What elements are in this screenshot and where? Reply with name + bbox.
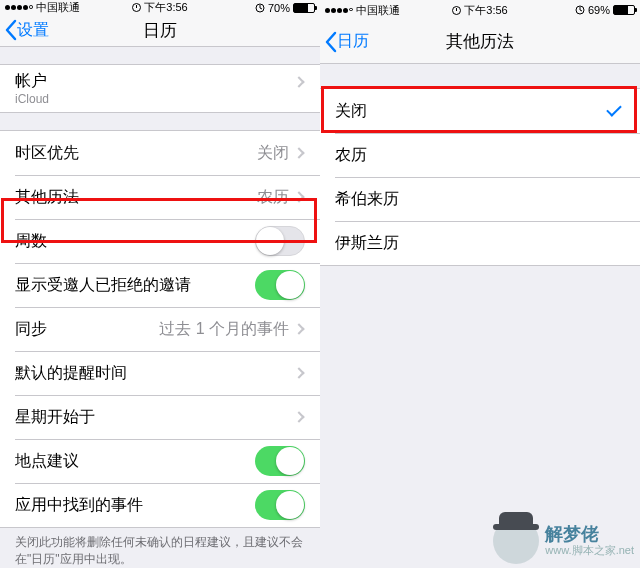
back-label: 日历: [337, 31, 369, 52]
row-default-alert[interactable]: 默认的提醒时间: [0, 351, 320, 395]
row-alternate-calendars[interactable]: 其他历法 农历: [0, 175, 320, 219]
toggle-switch[interactable]: [255, 270, 305, 300]
carrier-label: 中国联通: [356, 3, 400, 18]
row-label: 显示受邀人已拒绝的邀请: [15, 275, 255, 296]
row-accounts[interactable]: 帐户 iCloud: [0, 65, 320, 112]
alarm-icon: [452, 6, 461, 15]
row-label: 其他历法: [15, 187, 257, 208]
row-events-found-in-apps[interactable]: 应用中找到的事件: [0, 483, 320, 527]
row-sublabel: iCloud: [15, 92, 49, 106]
option-label: 关闭: [335, 101, 607, 122]
chevron-right-icon: [293, 368, 304, 379]
nav-bar: 设置 日历: [0, 15, 320, 47]
row-timezone-override[interactable]: 时区优先 关闭: [0, 131, 320, 175]
watermark-subtext: www.脚本之家.net: [545, 543, 634, 558]
screen-alternate-calendars: 中国联通 下午3:56 69% 日历 其他历法 关闭 农历 希伯来历: [320, 0, 640, 568]
row-label: 帐户: [15, 71, 295, 92]
row-week-start[interactable]: 星期开始于: [0, 395, 320, 439]
battery-percent: 70%: [268, 2, 290, 14]
signal-strength-icon: [325, 8, 353, 13]
back-label: 设置: [17, 20, 49, 41]
carrier-label: 中国联通: [36, 0, 80, 15]
chevron-right-icon: [293, 148, 304, 159]
battery-icon: [293, 3, 315, 13]
toggle-switch[interactable]: [255, 226, 305, 256]
chevron-right-icon: [293, 324, 304, 335]
rotation-lock-icon: [255, 3, 265, 13]
row-value: 关闭: [257, 143, 289, 164]
footer-note: 关闭此功能将删除任何未确认的日程建议，且建议不会在"日历"应用中出现。: [0, 528, 320, 568]
row-label: 同步: [15, 319, 159, 340]
option-hebrew[interactable]: 希伯来历: [320, 177, 640, 221]
row-show-declined[interactable]: 显示受邀人已拒绝的邀请: [0, 263, 320, 307]
nav-bar: 日历 其他历法: [320, 20, 640, 64]
watermark-logo-icon: [493, 518, 539, 564]
chevron-left-icon: [4, 19, 17, 41]
rotation-lock-icon: [575, 5, 585, 15]
checkmark-icon: [606, 101, 622, 117]
watermark: 解梦佬 www.脚本之家.net: [493, 518, 634, 564]
row-label: 地点建议: [15, 451, 255, 472]
chevron-left-icon: [324, 31, 337, 53]
alarm-icon: [132, 3, 141, 12]
battery-icon: [613, 5, 635, 15]
row-label: 默认的提醒时间: [15, 363, 295, 384]
toggle-switch[interactable]: [255, 490, 305, 520]
row-label: 星期开始于: [15, 407, 295, 428]
option-label: 希伯来历: [335, 189, 625, 210]
row-value: 农历: [257, 187, 289, 208]
row-label: 周数: [15, 231, 255, 252]
option-islamic[interactable]: 伊斯兰历: [320, 221, 640, 265]
battery-percent: 69%: [588, 4, 610, 16]
status-bar: 中国联通 下午3:56 69%: [320, 0, 640, 20]
watermark-text: 解梦佬: [545, 525, 634, 543]
chevron-right-icon: [293, 76, 304, 87]
status-time: 下午3:56: [464, 3, 507, 18]
row-sync[interactable]: 同步 过去 1 个月的事件: [0, 307, 320, 351]
row-label: 时区优先: [15, 143, 257, 164]
toggle-switch[interactable]: [255, 446, 305, 476]
option-off[interactable]: 关闭: [320, 89, 640, 133]
signal-strength-icon: [5, 5, 33, 10]
chevron-right-icon: [293, 412, 304, 423]
status-bar: 中国联通 下午3:56 70%: [0, 0, 320, 15]
option-lunar[interactable]: 农历: [320, 133, 640, 177]
row-week-numbers[interactable]: 周数: [0, 219, 320, 263]
back-button[interactable]: 设置: [0, 19, 49, 41]
row-value: 过去 1 个月的事件: [159, 319, 289, 340]
chevron-right-icon: [293, 192, 304, 203]
option-label: 农历: [335, 145, 625, 166]
option-label: 伊斯兰历: [335, 233, 625, 254]
back-button[interactable]: 日历: [320, 31, 369, 53]
row-location-suggestions[interactable]: 地点建议: [0, 439, 320, 483]
status-time: 下午3:56: [144, 0, 187, 15]
screen-calendar-settings: 中国联通 下午3:56 70% 设置 日历 帐户 iCloud: [0, 0, 320, 568]
row-label: 应用中找到的事件: [15, 495, 255, 516]
